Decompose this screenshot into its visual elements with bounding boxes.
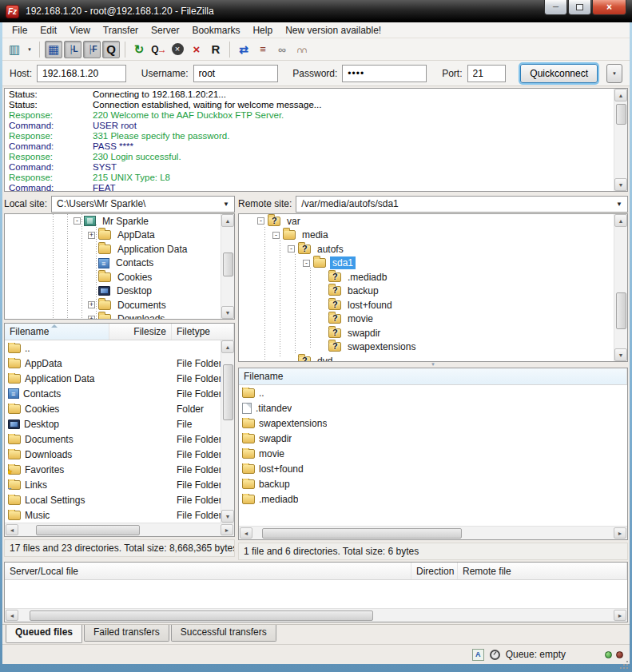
column-header-filename[interactable]: Filename [239, 368, 627, 384]
column-header-filesize[interactable]: Filesize [109, 324, 172, 340]
scroll-down-icon[interactable]: ▼ [614, 348, 627, 361]
resize-grip[interactable] [626, 661, 628, 662]
tab-queued-files[interactable]: Queued files [6, 625, 82, 643]
scrollbar-thumb[interactable] [616, 104, 626, 125]
toolbar-button-process-queue[interactable]: Q→ [149, 41, 167, 58]
file-row-downloads[interactable]: DownloadsFile Folder [5, 447, 221, 462]
menu-item-new-version-available[interactable]: New version available! [279, 23, 388, 38]
remote-splitter[interactable]: ▼ [238, 362, 628, 368]
tree-node-media[interactable]: -media [239, 229, 614, 243]
message-log-vscrollbar[interactable]: ▲ ▼ [614, 89, 627, 191]
tree-node-lost-found[interactable]: lost+found [239, 298, 614, 312]
file-row-[interactable]: .. [239, 385, 627, 400]
file-row-[interactable]: .. [5, 340, 221, 356]
scroll-right-icon[interactable]: ► [614, 610, 626, 621]
file-row-cookies[interactable]: CookiesFolder [5, 401, 221, 416]
column-header-direction[interactable]: Direction [411, 563, 458, 579]
collapse-icon[interactable]: - [74, 217, 81, 225]
toolbar-button-toggle-local-tree[interactable]: ├L [64, 41, 81, 58]
scrollbar-thumb[interactable] [223, 364, 233, 420]
tree-node-autofs[interactable]: -autofs [239, 242, 614, 256]
file-row-desktop[interactable]: DesktopFile [5, 416, 221, 431]
toolbar-button-refresh[interactable]: ↻ [130, 41, 148, 58]
tree-node-appdata[interactable]: +AppData [5, 229, 221, 243]
tree-node-downloads[interactable]: +Downloads [5, 312, 221, 320]
column-header-filetype[interactable]: Filetype [172, 324, 234, 340]
scroll-down-icon[interactable]: ▼ [614, 178, 627, 191]
username-input[interactable] [193, 65, 278, 82]
remote-tree-vscrollbar[interactable]: ▲ ▼ [614, 214, 627, 361]
tree-node-mediadb[interactable]: .mediadb [239, 270, 614, 284]
tree-node-contacts[interactable]: Contacts [5, 256, 221, 271]
host-input[interactable] [37, 65, 126, 82]
file-row-appdata[interactable]: AppDataFile Folder [5, 356, 221, 371]
menu-item-edit[interactable]: Edit [34, 23, 63, 38]
file-row-swapextensions[interactable]: swapextensions [239, 416, 627, 431]
toolbar-button-site-manager[interactable]: ▥ [6, 41, 23, 58]
toolbar-button-filter[interactable]: ≡ [254, 41, 272, 58]
collapse-icon[interactable]: - [303, 260, 310, 267]
password-input[interactable] [342, 65, 427, 82]
scroll-up-icon[interactable]: ▲ [614, 214, 627, 227]
tree-node-mr-sparkle[interactable]: -Mr Sparkle [5, 214, 221, 229]
quickconnect-button[interactable]: Quickconnect [520, 64, 598, 83]
file-row-swapdir[interactable]: swapdir [239, 431, 627, 446]
minimize-button[interactable]: ─ [544, 0, 567, 15]
scrollbar-thumb[interactable] [616, 292, 626, 329]
remote-site-combobox[interactable]: /var/media/autofs/sda1 ▼ [296, 196, 628, 213]
transfer-type-icon[interactable]: A [472, 649, 484, 661]
file-row-music[interactable]: MusicFile Folder [5, 507, 221, 523]
collapse-icon[interactable]: - [257, 217, 264, 225]
tree-node-desktop[interactable]: Desktop [5, 284, 221, 299]
expand-icon[interactable]: + [88, 316, 95, 319]
scroll-left-icon[interactable]: ◄ [6, 610, 18, 621]
remote-list-hscrollbar[interactable]: ◄ ► [239, 526, 627, 539]
expand-icon[interactable]: + [88, 301, 95, 308]
tree-node-swapdir[interactable]: swapdir [239, 326, 614, 340]
file-row-links[interactable]: LinksFile Folder [5, 477, 221, 492]
local-tree-vscrollbar[interactable]: ▲ ▼ [221, 214, 234, 319]
tree-node-documents[interactable]: +Documents [5, 298, 221, 312]
scroll-left-icon[interactable]: ◄ [6, 524, 18, 535]
speed-limit-icon[interactable] [490, 650, 500, 660]
collapse-icon[interactable]: - [288, 245, 295, 252]
menu-item-transfer[interactable]: Transfer [97, 23, 145, 38]
quickconnect-dropdown-button[interactable]: ▼ [606, 64, 622, 83]
toolbar-button-speed-limits[interactable]: ⇄ [235, 41, 252, 58]
file-row-titandev[interactable]: .titandev [239, 400, 627, 416]
file-row-application-data[interactable]: Application DataFile Folder [5, 371, 221, 386]
scrollbar-thumb[interactable] [223, 252, 233, 276]
tree-node-swapextensions[interactable]: swapextensions [239, 340, 614, 355]
file-row-movie[interactable]: movie [239, 446, 627, 461]
tree-node-var[interactable]: -var [239, 214, 614, 229]
tree-node-sda1[interactable]: -sda1 [239, 256, 614, 271]
tree-node-cookies[interactable]: Cookies [5, 270, 221, 284]
toolbar-button-find-files[interactable]: ∩∩ [292, 41, 310, 58]
file-row-lost-found[interactable]: lost+found [239, 461, 627, 476]
port-input[interactable] [467, 65, 506, 82]
scrollbar-thumb[interactable] [262, 528, 462, 539]
local-site-combobox[interactable]: C:\Users\Mr Sparkle\ ▼ [51, 196, 235, 213]
local-list-vscrollbar[interactable]: ▲ ▼ [221, 340, 234, 523]
tab-successful-transfers[interactable]: Successful transfers [171, 625, 276, 642]
file-row-backup[interactable]: backup [239, 476, 627, 491]
file-row-favorites[interactable]: FavoritesFile Folder [5, 462, 221, 477]
expand-icon[interactable]: + [88, 232, 95, 239]
column-header-server-local-file[interactable]: Server/Local file [5, 563, 411, 579]
scroll-up-icon[interactable]: ▲ [614, 89, 627, 101]
scroll-up-icon[interactable]: ▲ [221, 340, 234, 353]
scrollbar-thumb[interactable] [30, 610, 373, 621]
toolbar-button-toggle-log[interactable]: ▦ [45, 41, 62, 58]
toolbar-button-reconnect[interactable]: R [207, 41, 225, 58]
toolbar-button-toggle-queue[interactable]: Q [102, 41, 120, 58]
file-row-mediadb[interactable]: .mediadb [239, 491, 627, 507]
title-bar[interactable]: Fz 192.168.1.20 - root@192.168.1.20 - Fi… [0, 0, 632, 22]
tree-node-dvd[interactable]: dvd [239, 354, 614, 361]
toolbar-button-cancel[interactable]: × [169, 41, 186, 58]
menu-item-view[interactable]: View [63, 23, 97, 38]
menu-item-bookmarks[interactable]: Bookmarks [185, 23, 246, 38]
toolbar-button-sync-browsing[interactable]: ∞ [273, 41, 291, 58]
site-manager-dropdown[interactable]: ▼ [25, 41, 34, 58]
menu-item-file[interactable]: File [6, 23, 34, 38]
column-header-filename[interactable]: Filename [5, 324, 109, 340]
